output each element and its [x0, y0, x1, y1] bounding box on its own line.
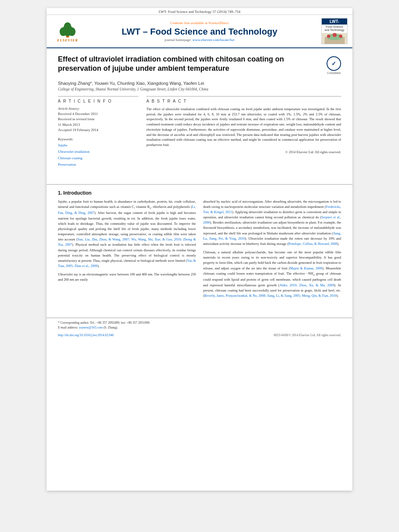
elsevier-text: ELSEVIER: [57, 38, 78, 42]
journal-homepage: journal homepage: www.elsevier.com/locat…: [84, 38, 315, 42]
journal-center: Contents lists available at ScienceDirec…: [84, 21, 315, 42]
keywords-list: Jujube Ultraviolet irradiation Chitosan …: [58, 142, 138, 168]
ref-beverly-2008[interactable]: Beverly, Janes, Prinyawiwatkul, & No, 20…: [204, 294, 337, 298]
footnote-email: E-mail address: zsynew@163.com (S. Zhang…: [58, 325, 341, 330]
ref-penelope-2008[interactable]: Penelope, Collins, & Howard, 2008: [288, 242, 337, 246]
article-info-panel: A R T I C L E I N F O Article history: R…: [58, 96, 138, 172]
received-date: Received 4 December 2011: [58, 111, 138, 117]
accepted-date: Accepted 19 February 2014: [58, 127, 138, 133]
body-para-1: Jujube, a popular fruit to human health,…: [58, 199, 196, 269]
journal-reference: LWT- Food Science and Technology 57 (201…: [47, 8, 352, 15]
sciencedirect-name[interactable]: ScienceDirect: [208, 21, 228, 25]
doi-link[interactable]: http://dx.doi.org/10.1016/j.lwt.2014.02.…: [58, 333, 114, 337]
lwt-badge-subtitle: Food Scienceand Technology: [322, 25, 347, 33]
article-body: Effect of ultraviolet irradiation combin…: [47, 48, 352, 179]
footnote-section: * Corresponding author. Tel.: +86 357 20…: [47, 318, 352, 330]
authors: Shaoying Zhang*, Youwei Yu, Chunling Xia…: [58, 81, 341, 86]
abstract-text: The effect of ultraviolet irradiation co…: [146, 107, 341, 148]
footnote-corresponding: * Corresponding author. Tel.: +86 357 20…: [58, 320, 341, 325]
article-history: Article history: Received 4 December 201…: [58, 107, 138, 133]
ref-majeti-2000[interactable]: Majeti & Kumar, 2000: [290, 266, 323, 270]
elsevier-logo: ELSEVIER: [51, 20, 84, 42]
svg-point-7: [327, 35, 330, 38]
keyword-uv[interactable]: Ultraviolet irradiation: [58, 150, 90, 154]
journal-title: LWT – Food Science and Technology: [84, 27, 315, 37]
body-para-2: Ultraviolet ray is an electromagnetic wa…: [58, 272, 196, 282]
article-info-abstract: A R T I C L E I N F O Article history: R…: [58, 96, 341, 172]
lwt-badge-container: LWT- Food Scienceand Technology: [315, 18, 348, 44]
journal-header: ELSEVIER Contents lists available at Sci…: [47, 15, 352, 48]
article-title: Effect of ultraviolet irradiation combin…: [58, 55, 323, 74]
section1-title: 1. Introduction: [58, 190, 341, 196]
svg-point-9: [339, 35, 342, 38]
ref-alder-2010[interactable]: Alder, 2010; Zhou, Xu, & Ma, 2009: [280, 283, 334, 287]
footnote-corresponding-text: * Corresponding author. Tel.: +86 357 20…: [58, 321, 150, 325]
svg-point-8: [333, 33, 337, 37]
ref-yao-2005[interactable]: Yao & Tian, 2005; Zhao et al., 2009: [58, 259, 196, 268]
abstract-heading: A B S T R A C T: [146, 99, 341, 103]
issn-text: 0023-6438/© 2014 Elsevier Ltd. All right…: [274, 333, 341, 337]
keywords-label: Keywords:: [58, 137, 138, 141]
ref-jiang-2010[interactable]: Jiang, Lu, Jiang, Pei, & Ying, 2010: [203, 231, 341, 240]
main-body: 1. Introduction Jujube, a popular fruit …: [47, 190, 352, 310]
lwt-badge-title: LWT-: [322, 18, 347, 25]
keyword-chitosan[interactable]: Chitosan coating: [58, 156, 82, 160]
footer: http://dx.doi.org/10.1016/j.lwt.2014.02.…: [47, 332, 352, 339]
article-info-heading: A R T I C L E I N F O: [58, 99, 138, 103]
body-columns: Jujube, a popular fruit to human health,…: [58, 199, 341, 302]
page: LWT- Food Science and Technology 57 (201…: [47, 8, 352, 491]
keyword-jujube[interactable]: Jujube: [58, 143, 68, 147]
svg-point-4: [64, 22, 71, 31]
sciencedirect-prefix: Contents lists available at: [171, 21, 208, 25]
ref-fredericks-2011[interactable]: Fredericks, Toit, & Krügel, 2011: [203, 205, 341, 214]
email-label: E-mail address:: [58, 326, 78, 329]
authors-text: Shaoying Zhang*, Youwei Yu, Chunling Xia…: [58, 81, 204, 86]
crossmark-label: CrossMark: [327, 72, 341, 74]
body-para-3: absorbed by nucleic acid of microorganis…: [203, 199, 341, 247]
crossmark-badge[interactable]: ✓ CrossMark: [327, 56, 341, 74]
affiliation: College of Engineering, Shanxi Normal Un…: [58, 87, 341, 91]
homepage-prefix: journal homepage:: [165, 38, 192, 42]
ref-sun-2007[interactable]: Sun, Liu, Zhu, Zhou, & Wang, 2007; Wu, W…: [58, 237, 196, 246]
crossmark-icon: ✓: [327, 56, 341, 71]
keywords-section: Keywords: Jujube Ultraviolet irradiation…: [58, 137, 138, 168]
copyright: © 2014 Elsevier Ltd. All rights reserved…: [146, 150, 341, 154]
ref-serpieri-2000[interactable]: Serpieri et al., 2000: [203, 215, 341, 224]
revised-label: Received in revised form: [58, 117, 138, 122]
section-divider: [47, 184, 352, 185]
keyword-preservation[interactable]: Preservation: [58, 162, 76, 166]
email-link[interactable]: zsynew@163.com: [79, 326, 103, 329]
email-suffix: (S. Zhang).: [103, 326, 118, 329]
lwt-badge-image-icon: [325, 33, 345, 44]
elsevier-tree-icon: [56, 20, 80, 38]
body-col-left: Jujube, a popular fruit to human health,…: [58, 199, 196, 302]
sciencedirect-link: Contents lists available at ScienceDirec…: [84, 21, 315, 25]
journal-ref-text: LWT- Food Science and Technology 57 (201…: [159, 10, 241, 14]
ref-li-2007[interactable]: Li, Fan, Ding, & Ding, 2007: [58, 205, 196, 215]
history-label: Article history:: [58, 107, 138, 111]
body-para-4: Chitosan, a natural alkaline polysacchar…: [203, 250, 341, 298]
abstract-panel: A B S T R A C T The effect of ultraviole…: [146, 96, 341, 172]
homepage-url[interactable]: www.elsevier.com/locate/lwt: [193, 38, 234, 42]
revised-date: 11 March 2013: [58, 122, 138, 128]
body-col-right: absorbed by nucleic acid of microorganis…: [203, 199, 341, 302]
